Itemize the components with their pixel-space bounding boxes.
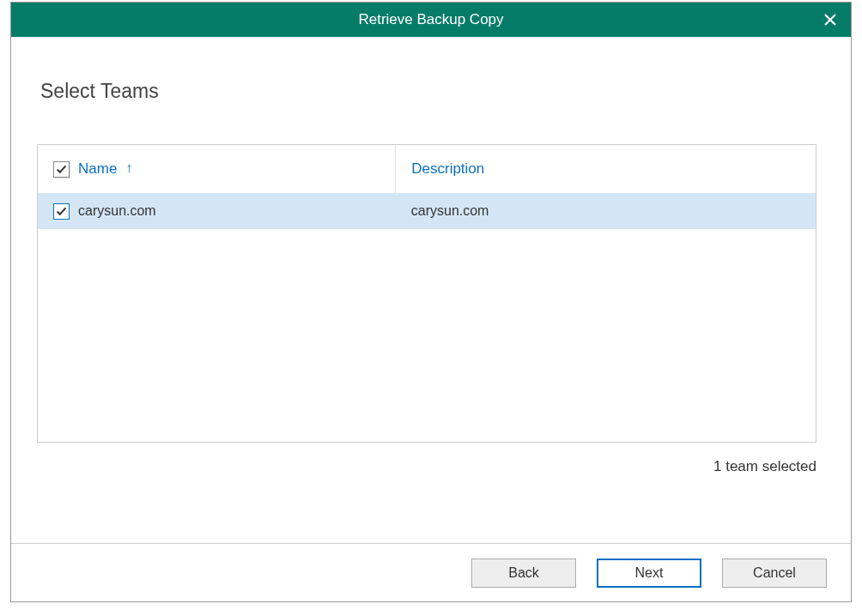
column-header-description[interactable]: Description <box>396 145 816 193</box>
sort-asc-icon: ↑ <box>125 160 132 176</box>
row-description: carysun.com <box>411 203 489 218</box>
col-name-label: Name <box>78 160 117 178</box>
table-row[interactable]: carysun.com carysun.com <box>38 193 816 229</box>
check-icon <box>56 164 67 175</box>
row-checkbox[interactable] <box>53 203 70 220</box>
back-button[interactable]: Back <box>471 559 576 588</box>
check-icon <box>56 206 67 217</box>
next-button[interactable]: Next <box>597 559 701 588</box>
column-header-name[interactable]: Name ↑ <box>38 145 396 193</box>
select-all-checkbox[interactable] <box>53 161 70 178</box>
close-button[interactable] <box>810 3 851 37</box>
close-icon <box>823 13 837 27</box>
page-heading: Select Teams <box>40 80 816 103</box>
retrieve-backup-copy-dialog: Retrieve Backup Copy Select Teams <box>10 2 852 602</box>
dialog-content: Select Teams Name <box>11 37 851 543</box>
titlebar: Retrieve Backup Copy <box>11 3 851 37</box>
cancel-button[interactable]: Cancel <box>722 559 827 588</box>
col-desc-label: Description <box>411 160 484 177</box>
teams-table-wrap: Name ↑ Description <box>37 144 816 443</box>
selection-status: 1 team selected <box>37 458 816 475</box>
row-name: carysun.com <box>78 203 156 219</box>
teams-table: Name ↑ Description <box>38 145 816 229</box>
dialog-footer: Back Next Cancel <box>11 543 851 601</box>
dialog-title: Retrieve Backup Copy <box>358 11 503 28</box>
